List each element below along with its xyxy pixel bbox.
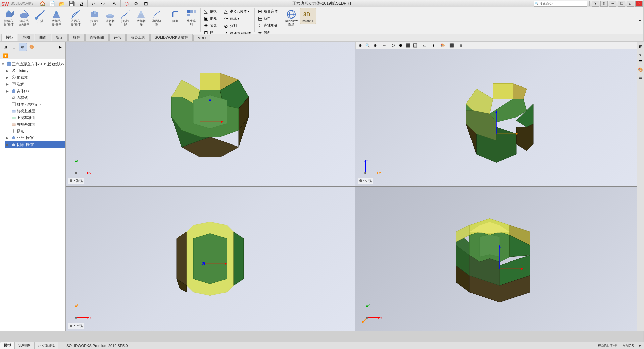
tab-features[interactable]: 特征 — [1, 34, 17, 41]
options-btn2[interactable]: ⚙ — [600, 1, 608, 7]
tree-item-material[interactable]: 材质 <未指定> — [5, 101, 65, 108]
vp-hidden-btn[interactable]: ⬢ — [397, 43, 404, 49]
tree-item-equations[interactable]: ⚖ 方程式 — [5, 94, 65, 101]
vp-sketch-btn[interactable]: ✏ — [381, 43, 388, 49]
tab-surface[interactable]: 曲面 — [35, 34, 51, 41]
sweep-btn[interactable]: 扫描 — [33, 8, 48, 24]
ribbon-expand-btn[interactable]: ▼ — [637, 16, 643, 25]
move-body-btn[interactable]: ↗ 移动/复制实体 — [222, 30, 252, 34]
restore-btn[interactable]: ❐ — [618, 1, 625, 7]
options-btn[interactable]: ⊞ — [141, 0, 151, 8]
filter-btn[interactable]: 🔽 — [1, 52, 9, 60]
tab-mbd[interactable]: MBD — [193, 35, 210, 41]
vp-zoom-sel-btn[interactable]: 🔍 — [364, 43, 371, 49]
tree-item-boss1[interactable]: ▶ 凸台-拉伸1 — [5, 134, 65, 141]
status-tab-model[interactable]: 模型 — [0, 342, 15, 349]
search-input[interactable] — [539, 2, 583, 5]
tree-item-front-plane[interactable]: 前视基准面 — [5, 108, 65, 114]
tree-item-right-plane[interactable]: 右视基准面 — [5, 121, 65, 128]
indent-btn[interactable]: ▤ 压凹 — [257, 15, 272, 22]
vp-monitor-btn[interactable]: 🖥 — [457, 43, 464, 49]
status-tab-motion[interactable]: 运动算例1 — [34, 342, 58, 349]
boundary-cut-btn[interactable]: 边界切除 — [149, 8, 164, 27]
loft-cut-btn[interactable]: 放样切除 — [134, 8, 148, 27]
save-btn[interactable]: 💾 — [67, 0, 77, 8]
boundary-btn[interactable]: 边界凸台/基体 — [68, 8, 83, 27]
status-arrow[interactable]: ▸ — [639, 343, 641, 348]
help-btn[interactable]: ? — [592, 1, 599, 7]
vp-zoom-fit-btn[interactable]: ⊕ — [357, 43, 364, 49]
extrude-boss-btn[interactable]: 拉伸凸台/基体 — [1, 8, 16, 27]
status-tab-3d[interactable]: 3D视图 — [15, 342, 34, 349]
viewport-left[interactable]: ⊕ 🔍 ⊕ ✏ ⬡ ⬢ ⬛ 🔲 ▭ 👁 🎨 ⬛ 🖥 — [355, 42, 644, 186]
instant3d-btn[interactable]: 3D Instant3D — [300, 8, 316, 24]
open-btn[interactable]: 📂 — [57, 0, 67, 8]
vp-shaded-btn[interactable]: 🔲 — [412, 43, 419, 49]
tab-render[interactable]: 渲染工具 — [126, 34, 150, 41]
close-btn[interactable]: ✕ — [635, 1, 643, 7]
vp-zoom-area-btn[interactable]: ⊕ — [372, 43, 379, 49]
flex-btn[interactable]: ⌇ 弹性形变 — [257, 22, 279, 29]
tree-item-annotations[interactable]: ▶ 注解 — [5, 81, 65, 88]
combine-btn[interactable]: ⊞ 组合实体 — [257, 8, 279, 15]
shell-btn[interactable]: ▣ 抽壳 — [203, 15, 218, 22]
sweep-cut-btn[interactable]: 扫描切除 — [118, 8, 133, 27]
vp-wireframe-btn[interactable]: ⬛ — [405, 43, 411, 49]
extrude-cut-btn[interactable]: 拉伸切除 — [87, 8, 102, 27]
pattern-btn[interactable]: 线性阵列 — [184, 8, 198, 27]
realview-btn[interactable]: RealView图形 — [283, 8, 299, 27]
tab-weldment[interactable]: 焊件 — [68, 34, 85, 41]
propmgr-btn[interactable]: ⊡ — [10, 43, 18, 51]
revolve-cut-btn[interactable]: 旋转切除 — [103, 8, 117, 27]
file-props-btn[interactable]: ⚙ — [132, 0, 141, 8]
view-palette-btn[interactable]: ⊞ — [637, 43, 644, 50]
viewport-isometric[interactable]: Y X Z — [355, 187, 644, 332]
tab-direct-edit[interactable]: 直接编辑 — [85, 34, 109, 41]
rib-btn[interactable]: ⊟ 筋 — [203, 29, 215, 34]
tree-item-solid[interactable]: ▶ 实体(1) — [5, 88, 65, 94]
new-btn[interactable]: 📄 — [48, 0, 57, 8]
rebuild-btn[interactable]: ⬡ — [122, 0, 131, 8]
tree-item-cut1[interactable]: ▶ 切除-拉伸1 — [5, 141, 65, 148]
minimize-btn[interactable]: ─ — [609, 1, 616, 7]
ref-geo-btn[interactable]: △ 参考几何体 ▼ — [222, 8, 251, 15]
scene-btn[interactable]: ☰ — [637, 59, 644, 65]
maximize-btn[interactable]: □ — [627, 1, 634, 7]
vp-view-orient-btn[interactable]: 👁 — [430, 43, 437, 49]
viewport-front[interactable]: X Y •前视 — [66, 42, 355, 186]
vp-scene-btn[interactable]: ⬛ — [448, 43, 455, 49]
draft-btn[interactable]: ◺ 拔模 — [203, 8, 218, 15]
tree-item-top-plane[interactable]: 上视基准面 — [5, 114, 65, 121]
display-mgr-btn[interactable]: ◱ — [637, 51, 644, 58]
vp-display-style-btn[interactable]: ⬡ — [390, 43, 397, 49]
viewport-top[interactable]: X Z •上视 — [66, 187, 355, 332]
print-btn[interactable]: 🖨 — [77, 0, 86, 8]
revolve-boss-btn[interactable]: 旋转凸台/基体 — [17, 8, 32, 27]
split-btn[interactable]: ⊘ 分割 — [222, 23, 238, 30]
tree-item-root[interactable]: ▼ 正六边形立方体-2019版 (默认<<默认> — [0, 61, 65, 67]
tree-item-history[interactable]: ▶ ⏱ History — [5, 67, 65, 74]
tab-sheetmetal[interactable]: 钣金 — [52, 34, 68, 41]
loft-btn[interactable]: 放样凸台/基体 — [49, 8, 64, 27]
appmgr-btn[interactable]: 🎨 — [28, 43, 36, 51]
tab-plugins[interactable]: SOLIDWORKS 插件 — [150, 34, 193, 41]
vp-section-btn[interactable]: ▭ — [421, 43, 428, 49]
tree-item-sensors[interactable]: ▶ 传感器 — [5, 74, 65, 81]
fillet-btn[interactable]: 圆角 — [168, 8, 183, 27]
tab-sketch[interactable]: 草图 — [18, 34, 34, 41]
vp-appearance-btn[interactable]: 🎨 — [439, 43, 446, 49]
featuremgr-btn[interactable]: ⊞ — [1, 43, 9, 51]
sidebar-collapse-btn[interactable]: ▶ — [56, 43, 64, 51]
custom-props-btn[interactable]: ▤ — [637, 74, 644, 81]
tree-item-origin[interactable]: 原点 — [5, 128, 65, 134]
curves-btn[interactable]: 〜 曲线 ▼ — [222, 15, 241, 22]
select-btn[interactable]: ↖ — [110, 0, 119, 8]
mirror-btn[interactable]: ⇔ 镜向 — [257, 29, 272, 34]
appearance-btn[interactable]: 🎨 — [637, 66, 644, 73]
tab-evaluate[interactable]: 评估 — [109, 34, 126, 41]
wrap-btn[interactable]: ⊕ 包覆 — [203, 22, 218, 29]
configmgr-btn[interactable]: ⊕ — [19, 43, 27, 51]
home-btn[interactable]: 🏠 — [38, 0, 47, 8]
redo-btn[interactable]: ↪ — [98, 0, 108, 8]
undo-btn[interactable]: ↩ — [89, 0, 98, 8]
